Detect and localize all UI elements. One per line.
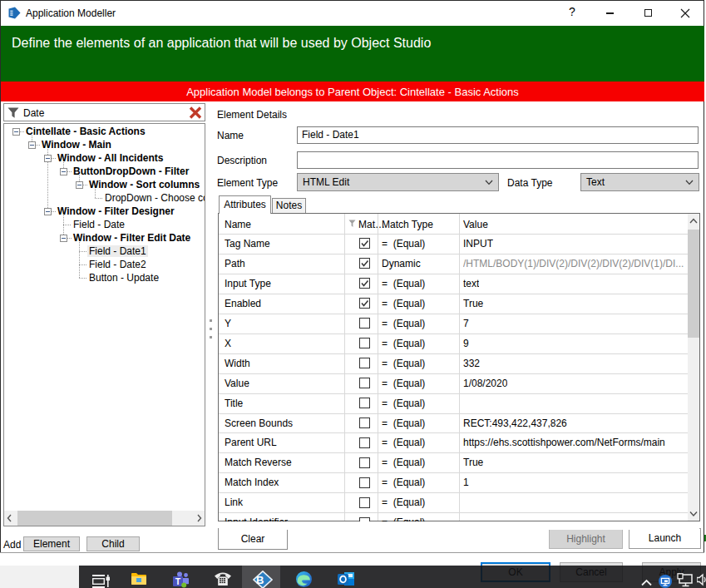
svg-text:T: T xyxy=(175,576,181,586)
svg-text:B: B xyxy=(256,574,264,586)
